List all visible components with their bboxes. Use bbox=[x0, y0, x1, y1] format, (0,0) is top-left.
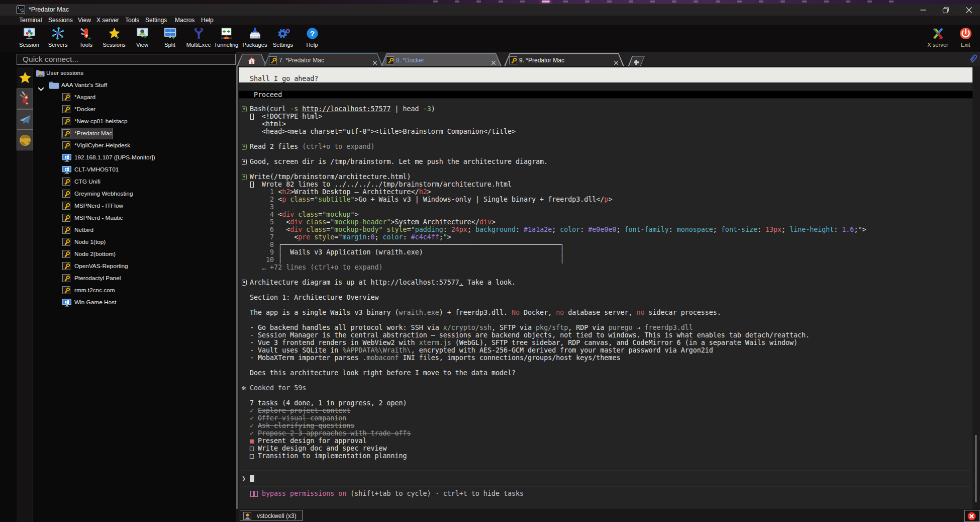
taskbar-tick bbox=[542, 1, 550, 3]
tool-bullet-glyph bbox=[242, 105, 246, 113]
terminal-row: - Vue 3 frontend renders in WebView2 wit… bbox=[239, 339, 972, 346]
notification-close-icon[interactable] bbox=[964, 510, 980, 522]
tree-item-label: CTG Unifi bbox=[74, 178, 101, 185]
quick-connect-input[interactable]: Quick connect... bbox=[17, 54, 236, 65]
ssh-key-icon bbox=[62, 178, 70, 186]
terminal-row: <html> bbox=[239, 120, 972, 128]
menu-tools[interactable]: Tools bbox=[125, 16, 139, 25]
toolbar-help[interactable]: ?Help bbox=[298, 26, 327, 51]
terminal-row: ✻ Cooked for 59s bbox=[239, 384, 972, 392]
menu-x-server[interactable]: X server bbox=[96, 16, 119, 25]
svg-text:?: ? bbox=[310, 29, 314, 38]
taskbar-tick bbox=[563, 1, 568, 3]
terminal-row: 5 <div class="mockup-header">System Arch… bbox=[239, 218, 972, 226]
tree-item-label: 192.168.1.107 ([UPS-Monitor]) bbox=[74, 154, 155, 161]
tab-home[interactable] bbox=[236, 54, 267, 67]
taskbar-tick bbox=[846, 1, 850, 3]
terminal-row: Shall I go ahead? bbox=[239, 75, 972, 82]
tool-bullet-glyph bbox=[242, 173, 246, 181]
status-bar: vstockwell (x3) bbox=[236, 509, 980, 522]
rail-star-icon[interactable] bbox=[17, 67, 33, 89]
menu-settings[interactable]: Settings bbox=[145, 16, 167, 25]
terminal-row: The app is a single Wails v3 binary (wra… bbox=[239, 309, 972, 316]
toolbar-tunneling[interactable]: Tunneling bbox=[212, 26, 241, 51]
taskbar-tick bbox=[889, 1, 894, 3]
toolbar-exit[interactable]: Exit bbox=[951, 26, 980, 51]
terminal-row: - Go backend handles all protocol work: … bbox=[239, 324, 972, 331]
new-tab-button[interactable] bbox=[628, 56, 645, 67]
ssh-key-icon bbox=[62, 238, 70, 246]
chevron-down-icon[interactable] bbox=[38, 84, 44, 93]
terminal-glyph: ✓ bbox=[250, 429, 254, 437]
terminal-row: Proceed bbox=[239, 91, 972, 99]
split-icon bbox=[163, 27, 177, 40]
minimize-button[interactable] bbox=[912, 4, 934, 16]
rail-globe-icon[interactable] bbox=[17, 130, 33, 150]
close-button[interactable] bbox=[957, 4, 980, 16]
tab-content: 7. *Predator Mac bbox=[263, 53, 383, 67]
toolbar-split[interactable]: Split bbox=[155, 26, 184, 51]
terminal-row: Wrote 82 lines to ../../../../tmp/brains… bbox=[239, 181, 972, 188]
menu-sessions[interactable]: Sessions bbox=[48, 16, 73, 25]
sidebar-terminal-divider[interactable] bbox=[236, 66, 238, 509]
rail-knife-icon[interactable] bbox=[17, 89, 33, 109]
tree-item-label: MSPNerd - ITFlow bbox=[74, 202, 123, 209]
session-user-button[interactable]: vstockwell (x3) bbox=[240, 510, 303, 521]
tab-content: 8. *Docker bbox=[380, 53, 502, 67]
tab-9-predatormac[interactable]: 9. *Predator Mac bbox=[504, 53, 625, 67]
ssh-key-icon bbox=[62, 129, 70, 137]
toolbar-session[interactable]: Session bbox=[15, 26, 44, 51]
missing-glyph-box bbox=[250, 181, 254, 188]
tree-item-label: rmm.t2cnc.com bbox=[74, 287, 115, 294]
tab-close-icon[interactable] bbox=[491, 58, 496, 63]
terminal-row: 3 bbox=[239, 203, 972, 211]
taskbar-tick bbox=[802, 1, 807, 3]
terminal-glyph: ✓ bbox=[250, 407, 254, 414]
menu-view[interactable]: View bbox=[78, 16, 91, 25]
toolbar-packages[interactable]: Packages bbox=[240, 26, 269, 51]
toolbar-servers[interactable]: Servers bbox=[43, 26, 72, 51]
taskbar-tick bbox=[433, 1, 438, 3]
menu-macros[interactable]: Macros bbox=[175, 16, 194, 25]
tab-7-predatormac[interactable]: 7. *Predator Mac bbox=[263, 53, 383, 67]
sidebar: Quick connect... User sessionsAAA Vantz'… bbox=[0, 52, 236, 522]
tree-item-label: MSPNerd - Mautic bbox=[74, 214, 123, 221]
menu-help[interactable]: Help bbox=[201, 16, 214, 25]
ssh-key-icon bbox=[62, 262, 70, 270]
tab-close-icon[interactable] bbox=[372, 58, 377, 63]
terminal-scrollbar[interactable] bbox=[972, 66, 980, 507]
tool-bullet-glyph bbox=[242, 158, 246, 165]
tree-item-label: *Docker bbox=[74, 106, 95, 113]
terminal-row: - Session Manager is the central abstrac… bbox=[239, 331, 972, 339]
tree-item-label: Netbird bbox=[74, 226, 93, 233]
terminal-scrollbar-thumb[interactable] bbox=[975, 435, 976, 502]
terminal-glyph: □ bbox=[250, 452, 254, 460]
menu-terminal[interactable]: Terminal bbox=[19, 16, 42, 25]
terminal-glyph: □ bbox=[250, 445, 254, 452]
toolbar-tools[interactable]: Tools bbox=[71, 26, 101, 51]
terminal-row: 2 <p class="subtitle">Go + Wails v3 | Wi… bbox=[239, 196, 972, 203]
terminal-row: Section 1: Architecture Overview bbox=[239, 294, 972, 301]
paperclip-icon[interactable] bbox=[969, 53, 978, 66]
toolbar-view[interactable]: View bbox=[128, 26, 157, 51]
toolbar-xserver[interactable]: X server bbox=[923, 26, 952, 51]
tab-close-icon[interactable] bbox=[614, 58, 619, 63]
terminal[interactable]: Shall I go ahead? Proceed Bash(curl -s h… bbox=[239, 67, 972, 509]
tab-8-docker[interactable]: 8. *Docker bbox=[380, 53, 502, 67]
terminal-row: 7 tasks (4 done, 1 in progress, 2 open) bbox=[239, 399, 972, 407]
ssh-key-icon bbox=[62, 226, 70, 234]
terminal-glyph: ■ bbox=[250, 437, 254, 445]
rail-plane-icon[interactable] bbox=[17, 109, 33, 130]
toolbar-multiexec[interactable]: MultiExec bbox=[184, 26, 213, 51]
taskbar-tick bbox=[672, 1, 676, 3]
terminal-row: Good, screen dir is /tmp/brainstorm. Let… bbox=[239, 158, 972, 165]
toolbar-sessions[interactable]: Sessions bbox=[100, 26, 129, 51]
toolbar-settings[interactable]: Settings bbox=[268, 26, 298, 51]
tab-content bbox=[628, 56, 645, 67]
packages-icon bbox=[248, 27, 262, 40]
taskbar-tick bbox=[585, 1, 590, 3]
taskbar-tick bbox=[824, 1, 829, 3]
taskbar-tick bbox=[694, 1, 698, 3]
maximize-restore-button[interactable] bbox=[934, 4, 957, 16]
terminal-row: - Vault uses SQLite in %APPDATA%\Wraith\… bbox=[239, 346, 972, 354]
